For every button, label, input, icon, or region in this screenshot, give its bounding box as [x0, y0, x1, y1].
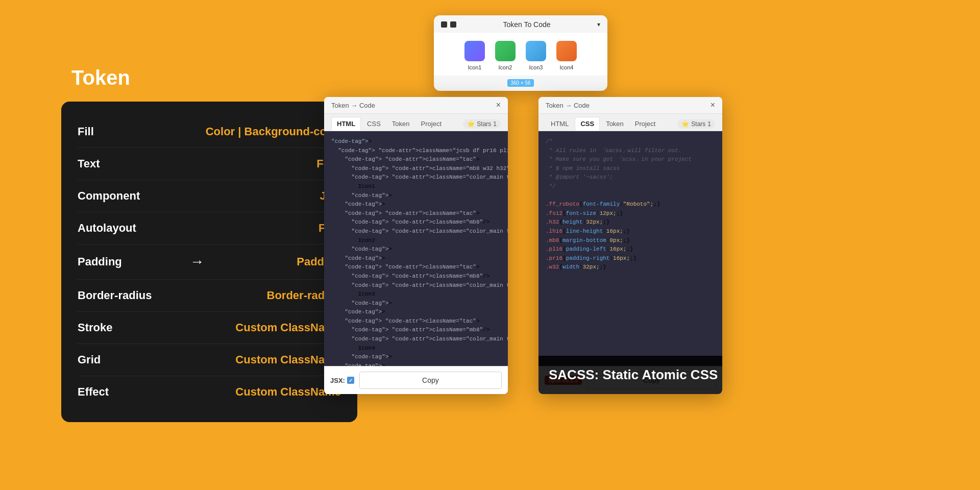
icon-label: Icon3: [529, 64, 543, 70]
html-window-footer: JSX: Copy: [324, 366, 508, 394]
mapping-code-value: JSX: [180, 189, 341, 203]
code-line: * All rules in 「sacss」will filter out.: [546, 146, 715, 156]
sacss-banner: SACSS: Static Atomic CSS: [538, 356, 722, 394]
icon-item: Icon1: [464, 41, 485, 70]
icon-item: Icon3: [526, 41, 546, 70]
code-line: "code-tag"> "code-attr">className="tac">: [331, 209, 501, 218]
css-stars-badge: ⭐ Stars 1: [677, 119, 715, 129]
size-badge: 360 × 56: [507, 79, 533, 87]
mapping-row: Border-radiusBorder-radius: [78, 280, 341, 312]
top-window-title: Token To Code: [456, 20, 597, 29]
icon-box: [495, 41, 516, 61]
left-panel-header: Token Code: [61, 66, 357, 89]
code-line: "code-tag"> "code-attr">className="tac">: [331, 155, 501, 164]
top-window-titlebar: Token To Code ▾: [434, 15, 607, 33]
html-copy-button[interactable]: Copy: [359, 372, 502, 389]
css-window-code: /* * All rules in 「sacss」will filter out…: [538, 131, 722, 366]
code-line: "code-tag"> "code-attr">className="mb8"/…: [331, 218, 501, 227]
code-line: "code-tag"> "code-attr">className="color…: [331, 227, 501, 236]
jsx-text: JSX:: [330, 377, 345, 384]
code-line: "code-tag"> "code-attr">className="color…: [331, 335, 501, 344]
code-line: "code-tag">>: [331, 254, 501, 263]
icon-label: Icon1: [468, 64, 482, 70]
stars-count: 1: [493, 120, 497, 128]
code-header: Code: [296, 66, 347, 89]
mapping-code-value: Color | Background-color: [180, 125, 341, 138]
mapping-code-value: Custom ClassName: [180, 321, 341, 334]
icon-label: Icon2: [499, 64, 512, 70]
css-stars-count: 1: [707, 120, 711, 128]
code-line: [546, 191, 715, 201]
tab-token[interactable]: Token: [387, 117, 415, 130]
code-line: * Make sure you got 「scss」in your projec…: [546, 155, 715, 164]
code-line: .pl16{padding-left:16px;;}: [546, 245, 715, 254]
token-header: Token: [71, 66, 130, 89]
html-window-titlebar: Token → Code ×: [324, 97, 508, 114]
code-line: * @import '~sacss';: [546, 173, 715, 182]
titlebar-controls: [441, 21, 456, 28]
css-stars-label: Stars: [691, 120, 705, 128]
code-line: Icon2: [331, 236, 501, 246]
code-line: "code-tag">>: [331, 191, 501, 201]
code-line: /*: [546, 137, 715, 146]
code-line: .lh16{line-height:16px;;}: [546, 227, 715, 236]
mapping-code-value: Flex: [180, 222, 341, 235]
mapping-token-label: Stroke: [78, 321, 180, 334]
tab-css[interactable]: CSS: [362, 117, 386, 130]
css-window: Token → Code × HTML CSS Token Project ⭐ …: [538, 97, 722, 394]
star-icon: ⭐: [467, 120, 475, 128]
html-window-code: "code-tag">> "code-tag"> "code-attr">cla…: [324, 131, 508, 366]
icon-item: Icon2: [495, 41, 516, 70]
tab-css-active[interactable]: CSS: [575, 117, 600, 131]
mapping-row: StrokeCustom ClassName: [78, 312, 341, 344]
chevron-down-icon: ▾: [597, 21, 600, 28]
icon-box: [464, 41, 485, 61]
mapping-row: EffectCustom ClassName: [78, 376, 341, 408]
jsx-checkbox[interactable]: [347, 377, 354, 384]
mapping-card: FillColor | Background-colorTextFontComp…: [61, 102, 357, 422]
icon-label: Icon4: [560, 64, 574, 70]
code-line: .ff_roboto{font-family:"Roboto";;}: [546, 200, 715, 209]
close-icon[interactable]: ×: [710, 101, 715, 109]
mapping-code-value: Font: [180, 157, 341, 170]
code-line: * $ npm install sacss: [546, 164, 715, 174]
mapping-token-label: Autolayout: [78, 222, 180, 235]
code-line: "code-tag">>: [331, 308, 501, 317]
mapping-code-value: Padding: [214, 255, 341, 268]
tab-html[interactable]: HTML: [331, 117, 361, 131]
code-line: "code-tag"> "code-attr">className="tac">: [331, 263, 501, 272]
html-window-tabs: HTML CSS Token Project ⭐ Stars 1: [324, 114, 508, 131]
mapping-token-label: Component: [78, 189, 180, 203]
code-line: "code-tag">>: [331, 353, 501, 362]
mapping-token-label: Grid: [78, 353, 180, 366]
code-line: "code-tag">>: [331, 299, 501, 308]
titlebar-dot-1: [441, 21, 447, 28]
stars-badge: ⭐ Stars 1: [463, 119, 501, 129]
code-line: .w32{width:32px;;}: [546, 263, 715, 272]
arrow-icon: →: [190, 254, 204, 270]
mapping-code-value: Custom ClassName: [180, 353, 341, 366]
mapping-token-label: Padding: [78, 255, 180, 268]
code-line: "code-tag"> "code-attr">className="color…: [331, 173, 501, 182]
icon-box: [556, 41, 577, 61]
code-line: "code-tag"> "code-attr">className="color…: [331, 281, 501, 290]
stars-label: Stars: [477, 120, 491, 128]
code-line: .mb8{margin-bottom:8px;;}: [546, 236, 715, 246]
mapping-row: AutolayoutFlex: [78, 212, 341, 244]
html-window-title: Token → Code: [331, 102, 375, 109]
code-line: "code-tag"> "code-attr">className="tac">: [331, 317, 501, 326]
tab-html-css[interactable]: HTML: [546, 117, 574, 130]
tab-project-css[interactable]: Project: [630, 117, 660, 130]
mapping-row: FillColor | Background-color: [78, 116, 341, 148]
mapping-token-label: Border-radius: [78, 289, 180, 302]
tab-project[interactable]: Project: [416, 117, 447, 130]
css-window-title: Token → Code: [546, 102, 590, 109]
css-window-titlebar: Token → Code ×: [538, 97, 722, 114]
code-line: "code-tag"> "code-attr">className="mb8"/…: [331, 326, 501, 335]
star-icon: ⭐: [681, 120, 689, 128]
sacss-title: SACSS: Static Atomic CSS: [549, 367, 718, 382]
tab-token-css[interactable]: Token: [601, 117, 629, 130]
mapping-code-value: Border-radius: [180, 289, 341, 302]
code-line: Icon1: [331, 182, 501, 191]
close-icon[interactable]: ×: [496, 101, 501, 109]
